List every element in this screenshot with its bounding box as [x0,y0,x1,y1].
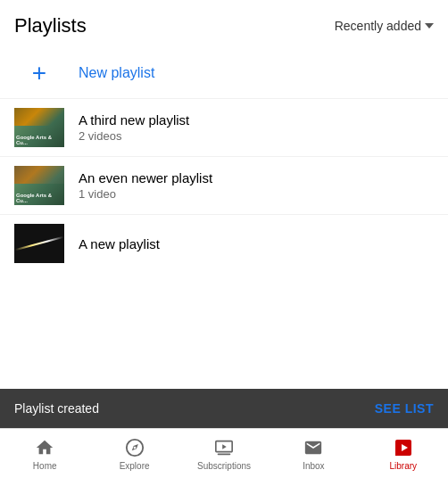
new-playlist-button[interactable]: + New playlist [0,48,448,98]
playlist-item[interactable]: Google Arts & Cu... An even newer playli… [0,157,448,214]
page-title: Playlists [14,14,87,37]
svg-point-2 [133,446,136,449]
nav-label-inbox: Inbox [303,461,324,471]
sort-dropdown[interactable]: Recently added [335,19,434,33]
playlist-name: An even newer playlist [79,170,212,185]
subscriptions-icon [213,437,235,458]
playlist-item[interactable]: A new playlist [0,215,448,272]
library-icon [393,437,414,458]
nav-label-subscriptions: Subscriptions [197,461,251,471]
snackbar-action-button[interactable]: SEE LIST [375,401,434,416]
snackbar: Playlist created SEE LIST [0,389,448,428]
playlist-thumbnail: Google Arts & Cu... [14,108,64,147]
nav-item-library[interactable]: Library [377,437,430,471]
bottom-navigation: Home Explore Subscriptions [0,428,448,478]
svg-rect-8 [395,452,402,456]
plus-icon: + [14,61,64,86]
nav-item-home[interactable]: Home [18,437,71,471]
explore-icon [124,437,145,458]
inbox-icon [303,437,324,458]
chevron-down-icon [425,23,434,29]
sort-label: Recently added [335,19,421,33]
nav-label-library: Library [389,461,417,471]
nav-item-inbox[interactable]: Inbox [286,437,340,471]
home-icon [34,437,55,458]
playlist-name: A new playlist [79,236,160,251]
svg-rect-4 [218,453,231,455]
playlist-list: Google Arts & Cu... A third new playlist… [0,99,448,272]
playlist-info: A third new playlist 2 videos [79,112,189,143]
playlist-name: A third new playlist [79,112,189,128]
playlist-item[interactable]: Google Arts & Cu... A third new playlist… [0,99,448,156]
playlist-thumbnail: Google Arts & Cu... [14,166,64,205]
nav-label-explore: Explore [120,461,150,471]
playlist-count: 1 video [79,187,212,201]
nav-label-home: Home [33,461,57,471]
svg-marker-5 [222,444,227,449]
page-header: Playlists Recently added [0,0,448,48]
nav-item-subscriptions[interactable]: Subscriptions [197,437,251,471]
snackbar-message: Playlist created [14,401,99,416]
playlist-thumbnail [14,224,64,263]
playlist-info: A new playlist [79,236,160,251]
nav-item-explore[interactable]: Explore [108,437,162,471]
new-playlist-label: New playlist [79,65,154,81]
playlist-info: An even newer playlist 1 video [79,170,212,201]
playlist-count: 2 videos [79,129,189,143]
